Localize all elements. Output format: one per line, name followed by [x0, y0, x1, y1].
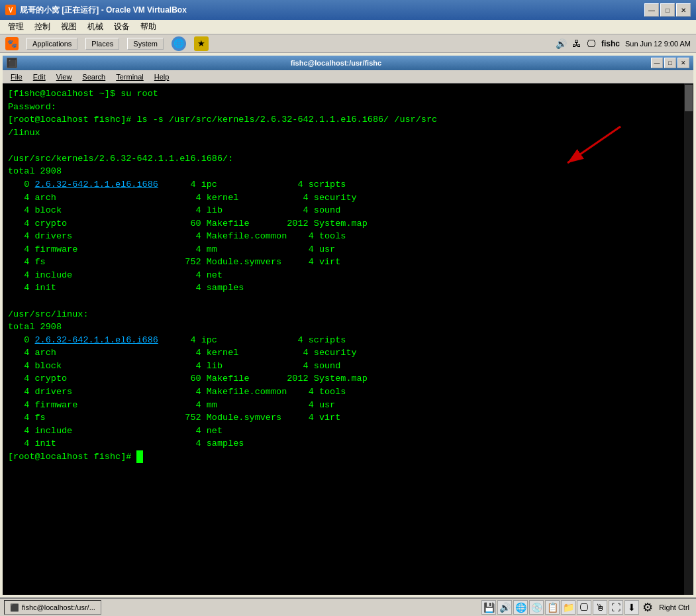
close-button[interactable]: ✕	[676, 3, 691, 17]
browser-icon: ★	[194, 36, 209, 51]
line-10: 4 block 4 lib 4 sound	[8, 204, 688, 217]
network-icon: 🌐	[172, 36, 186, 51]
applications-menu[interactable]: Applications	[26, 38, 77, 50]
terminal-menu-terminal[interactable]: Terminal	[111, 72, 149, 81]
places-menu[interactable]: Places	[85, 38, 119, 50]
guest-os-bar: 🐾 Applications Places System 🌐 ★ 🔊 🖧 🖵 f…	[0, 34, 696, 53]
vbox-tray-icon-7[interactable]: 🖵	[577, 600, 591, 615]
vbox-tray-icon-10[interactable]: ⬇	[624, 600, 639, 615]
system-tray: 🔊 🖧 🖵 fishc Sun Jun 12 9:00 AM	[556, 38, 691, 49]
line-3: [root@localhost fishc]# ls -s /usr/src/k…	[8, 113, 688, 127]
terminal-icon: ⬛	[7, 58, 17, 68]
line-7: total 2908	[8, 165, 688, 178]
vbox-taskbar-right: 💾 🔊 🌐 💿 📋 📁 🖵 🖱 ⛶ ⬇ ⚙ Right Ctrl	[481, 600, 692, 615]
terminal-task-icon: ⬛	[10, 603, 19, 612]
app-icon: V	[5, 5, 16, 15]
vbox-tray-icon-6[interactable]: 📁	[561, 600, 575, 615]
terminal-minimize[interactable]: —	[651, 58, 663, 68]
vbox-tray-icon-8[interactable]: 🖱	[593, 600, 607, 615]
terminal-task-label: fishc@localhost:/usr/...	[22, 603, 95, 611]
line-12: 4 drivers 4 Makefile.common 4 tools	[8, 230, 688, 243]
terminal-titlebar: ⬛ fishc@localhost:/usr/fishc — □ ✕	[3, 56, 693, 70]
system-time: Sun Jun 12 9:00 AM	[625, 40, 691, 48]
menu-manage[interactable]: 管理	[3, 20, 29, 34]
vbox-settings-icon[interactable]: ⚙	[640, 600, 655, 615]
line-26: 4 fs 752 Module.symvers 4 virt	[8, 411, 688, 425]
terminal-menu-edit[interactable]: Edit	[28, 72, 51, 81]
line-2: Password:	[8, 101, 688, 114]
vbox-tray-icon-1[interactable]: 💾	[481, 600, 496, 615]
line-14: 4 fs 752 Module.symvers 4 virt	[8, 256, 688, 269]
window-title: 屁哥的小窝 [正在运行] - Oracle VM VirtualBox	[20, 5, 644, 16]
gnome-icon: 🐾	[5, 37, 19, 50]
vbox-status-bar: ⬛ fishc@localhost:/usr/... 💾 🔊 🌐 💿 📋 📁 🖵…	[0, 597, 696, 616]
line-13: 4 firmware 4 mm 4 usr	[8, 243, 688, 256]
terminal-scrollbar[interactable]	[684, 83, 693, 595]
scroll-thumb[interactable]	[685, 85, 693, 111]
vbox-tray-icon-4[interactable]: 💿	[529, 600, 544, 615]
terminal-task-button[interactable]: ⬛ fishc@localhost:/usr/...	[4, 600, 101, 615]
window-controls[interactable]: — □ ✕	[644, 3, 691, 17]
line-29-prompt: [root@localhost fishc]#	[8, 450, 688, 464]
username-display: fishc	[601, 39, 620, 48]
line-27: 4 include 4 net	[8, 425, 688, 438]
line-1: [fishc@localhost ~]$ su root	[8, 87, 688, 101]
vbox-tray-icon-3[interactable]: 🌐	[513, 600, 528, 615]
line-24: 4 drivers 4 Makefile.common 4 tools	[8, 385, 688, 399]
line-11: 4 crypto 60 Makefile 2012 System.map	[8, 217, 688, 231]
network-status-icon[interactable]: 🖧	[572, 38, 581, 49]
guest-os-taskbar: 🐾 Applications Places System 🌐 ★	[5, 36, 209, 51]
inner-window-container: ⬛ fishc@localhost:/usr/fishc — □ ✕ File …	[0, 53, 696, 597]
volume-icon[interactable]: 🔊	[556, 38, 567, 49]
vbox-tray-icon-5[interactable]: 📋	[545, 600, 560, 615]
terminal-output: [fishc@localhost ~]$ su root Password: […	[8, 87, 688, 463]
vbox-taskbar-left: ⬛ fishc@localhost:/usr/...	[4, 600, 101, 615]
line-17	[8, 295, 688, 308]
menu-control[interactable]: 控制	[29, 20, 56, 34]
line-19: total 2908	[8, 321, 688, 334]
line-20: 0 2.6.32-642.1.1.el6.i686 4 ipc 4 script…	[8, 334, 688, 347]
line-5	[8, 139, 688, 152]
line-4: /linux	[8, 127, 688, 140]
line-23: 4 crypto 60 Makefile 2012 System.map	[8, 372, 688, 385]
right-ctrl-label: Right Ctrl	[656, 603, 692, 611]
terminal-menu-file[interactable]: File	[5, 72, 28, 81]
terminal-body[interactable]: [fishc@localhost ~]$ su root Password: […	[3, 83, 693, 595]
minimize-button[interactable]: —	[644, 3, 659, 17]
line-15: 4 include 4 net	[8, 269, 688, 282]
line-21: 4 arch 4 kernel 4 security	[8, 346, 688, 360]
terminal-close[interactable]: ✕	[677, 58, 689, 68]
terminal-menu-help[interactable]: Help	[149, 72, 175, 81]
terminal-maximize[interactable]: □	[664, 58, 676, 68]
system-menu[interactable]: System	[127, 38, 164, 50]
title-bar: V 屁哥的小窝 [正在运行] - Oracle VM VirtualBox — …	[0, 0, 696, 20]
line-25: 4 firmware 4 mm 4 usr	[8, 399, 688, 412]
terminal-menu-search[interactable]: Search	[77, 72, 111, 81]
line-16: 4 init 4 samples	[8, 282, 688, 295]
terminal-title: fishc@localhost:/usr/fishc	[21, 59, 651, 67]
terminal-menu-bar: File Edit View Search Terminal Help	[3, 70, 693, 83]
vbox-menu-bar: 管理 控制 视图 机械 设备 帮助	[0, 20, 696, 34]
line-8: 0 2.6.32-642.1.1.el6.i686 4 ipc 4 script…	[8, 178, 688, 191]
vbox-tray-icon-9[interactable]: ⛶	[609, 600, 623, 615]
terminal-menu-view[interactable]: View	[51, 72, 77, 81]
display-icon[interactable]: 🖵	[587, 38, 596, 49]
line-9: 4 arch 4 kernel 4 security	[8, 191, 688, 205]
line-6: /usr/src/kernels/2.6.32-642.1.1.el6.i686…	[8, 152, 688, 166]
line-28: 4 init 4 samples	[8, 437, 688, 450]
vbox-tray-icon-2[interactable]: 🔊	[497, 600, 512, 615]
terminal-window-controls: — □ ✕	[651, 58, 689, 68]
line-22: 4 block 4 lib 4 sound	[8, 360, 688, 373]
line-18: /usr/src/linux:	[8, 308, 688, 321]
menu-devices[interactable]: 设备	[109, 20, 135, 34]
menu-machine[interactable]: 机械	[82, 20, 109, 34]
main-window: V 屁哥的小窝 [正在运行] - Oracle VM VirtualBox — …	[0, 0, 696, 616]
menu-view[interactable]: 视图	[56, 20, 82, 34]
maximize-button[interactable]: □	[660, 3, 675, 17]
menu-help[interactable]: 帮助	[135, 20, 162, 34]
